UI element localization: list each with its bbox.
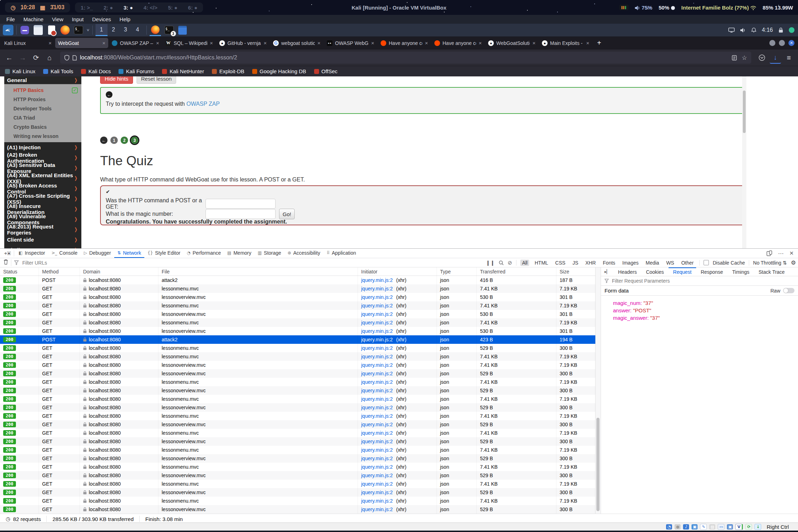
forward-button[interactable]: → [17,52,28,63]
sidebar-lesson-item[interactable]: CIA Triad [4,113,81,122]
details-tab-response[interactable]: Response [696,267,728,276]
workspace-3[interactable]: 3 [120,24,132,36]
initiator-link[interactable]: jquery.min.js:2 [361,294,393,300]
sidebar-category-item[interactable]: Challenges❭ [4,245,81,248]
browser-tab[interactable]: Have anyone comple× [378,38,431,48]
sidebar-category-item[interactable]: (A1) Injection❭ [4,142,81,152]
network-request-row[interactable]: 200GETlocalhost:8080lessonmenu.mvcjquery… [0,284,595,293]
initiator-link[interactable]: jquery.min.js:2 [361,286,393,291]
network-request-row[interactable]: 200GETlocalhost:8080lessonoverview.mvcjq… [0,403,595,412]
column-header-initiator[interactable]: Initiator [358,267,437,276]
text-editor-button[interactable] [46,25,57,35]
sidebar-category-item[interactable]: (A7) Cross-Site Scripting (XSS)❭ [4,193,81,204]
column-header-transferred[interactable]: Transferred [477,267,556,276]
close-icon[interactable]: × [210,40,213,46]
initiator-link[interactable]: jquery.min.js:2 [361,413,393,419]
initiator-link[interactable]: jquery.min.js:2 [361,447,393,453]
bookmark-item[interactable]: Exploit-DB [212,68,244,74]
initiator-link[interactable]: jquery.min.js:2 [361,507,393,512]
details-tab-headers[interactable]: Headers [613,267,641,276]
menu-view[interactable]: View [48,16,67,23]
column-header-size[interactable]: Size [556,267,595,276]
firefox-launcher-button[interactable] [60,25,70,35]
magic-number-input[interactable] [206,209,276,219]
initiator-link[interactable]: jquery.min.js:2 [361,277,393,283]
performance-analysis-icon[interactable]: ◷ [6,516,10,522]
bookmark-star-icon[interactable]: ☆ [742,54,747,62]
maximize-button[interactable] [779,40,785,46]
search-icon[interactable] [499,260,504,265]
browser-tab[interactable]: OWASP ZAP – ZAP i× [109,38,162,48]
taskbar-files-window[interactable] [177,25,188,35]
initiator-link[interactable]: jquery.min.js:2 [361,498,393,504]
devtools-tab-debugger[interactable]: ▷Debugger [81,249,114,258]
initiator-link[interactable]: jquery.min.js:2 [361,303,393,308]
network-request-row[interactable]: 200GETlocalhost:8080lessonoverview.mvcjq… [0,437,595,446]
devtools-tab-performance[interactable]: ◔Performance [184,249,224,258]
form-data-param[interactable]: magic_answer: "37" [613,314,798,322]
type-filter-xhr[interactable]: XHR [584,260,598,266]
network-request-row[interactable]: 200GETlocalhost:8080lessonoverview.mvcjq… [0,420,595,429]
block-icon[interactable]: ⊘ [508,260,512,266]
close-icon[interactable]: × [156,40,159,46]
network-request-row[interactable]: 200GETlocalhost:8080lessonmenu.mvcjquery… [0,429,595,437]
network-request-row[interactable]: 200POSTlocalhost:8080attack2jquery.min.j… [0,276,595,284]
sidebar-lesson-item[interactable]: Developer Tools [4,104,81,113]
reader-mode-icon[interactable] [732,55,737,60]
browser-tab[interactable]: WSQL – Wikipedia× [163,38,216,48]
form-data-param[interactable]: answer: "POST" [613,307,798,314]
file-manager-button[interactable] [33,25,44,35]
bookmark-item[interactable]: OffSec [314,68,338,74]
responsive-design-icon[interactable] [767,250,772,256]
close-icon[interactable]: × [317,40,320,46]
http-command-input[interactable] [206,199,276,209]
network-request-row[interactable]: 200GETlocalhost:8080lessonmenu.mvcjquery… [0,446,595,454]
network-request-row[interactable]: 200GETlocalhost:8080lessonmenu.mvcjquery… [0,301,595,310]
type-filter-js[interactable]: JS [571,260,580,266]
details-tab-cookies[interactable]: Cookies [641,267,669,276]
initiator-link[interactable]: jquery.min.js:2 [361,439,393,444]
menu-file[interactable]: File [3,16,18,23]
close-icon[interactable]: × [586,40,589,46]
minimize-button[interactable] [769,40,775,46]
requests-scrollbar[interactable] [595,267,601,514]
host-workspace[interactable]: 1: >_ [81,5,93,11]
hide-hints-button[interactable]: Hide hints [100,76,133,84]
throttling-select[interactable]: No Throttling⇅ [753,260,787,266]
initiator-link[interactable]: jquery.min.js:2 [361,371,393,376]
host-workspace[interactable]: 5: ● [168,5,178,11]
details-tab-timings[interactable]: Timings [728,267,754,276]
reload-button[interactable]: ⟳ [30,52,42,63]
hint-prev-arrow-icon[interactable]: ← [106,91,112,98]
notification-bell-icon[interactable] [751,28,756,33]
network-request-row[interactable]: 200GETlocalhost:8080lessonmenu.mvcjquery… [0,318,595,327]
url-bar[interactable]: localhost:8080/WebGoat/start.mvc#lesson/… [60,52,751,64]
page-button-2[interactable]: 2 [121,137,128,144]
browser-tab[interactable]: ●Main Exploits - WebG× [539,38,592,48]
close-icon[interactable]: × [479,40,482,46]
kali-menu-button[interactable] [3,25,13,35]
sidebar-category-item[interactable]: (A5) Broken Access Control❭ [4,183,81,193]
initiator-link[interactable]: jquery.min.js:2 [361,490,393,495]
host-workspace[interactable]: 3: ● [123,5,133,11]
bookmark-item[interactable]: Google Hacking DB [252,68,306,74]
page-button-3[interactable]: 3 [131,137,138,144]
sidebar-category-item[interactable]: (A9) Vulnerable Components❭ [4,214,81,224]
form-data-section[interactable]: Form data Raw [601,286,798,296]
devtools-tab-storage[interactable]: ▥Storage [255,249,284,258]
clear-requests-icon[interactable] [2,259,11,266]
display-icon[interactable] [728,28,735,33]
network-request-row[interactable]: 200GETlocalhost:8080lessonoverview.mvcjq… [0,310,595,318]
devtools-tab-console[interactable]: >_Console [48,249,80,258]
devtools-tab-inspector[interactable]: ◧Inspector [16,249,48,258]
close-icon[interactable]: × [371,40,374,46]
browser-tab[interactable]: Kali Linux× [1,38,54,48]
host-workspace[interactable]: 2: ● [104,5,113,11]
details-tab-request[interactable]: Request [669,267,696,276]
type-filter-all[interactable]: All [520,260,530,266]
taskbar-terminal-window[interactable]: $_3 [164,25,174,35]
network-request-row[interactable]: 200GETlocalhost:8080lessonoverview.mvcjq… [0,471,595,480]
bookmark-item[interactable]: Kali NetHunter [162,68,204,74]
close-icon[interactable]: × [48,40,52,46]
network-request-row[interactable]: 200GETlocalhost:8080lessonmenu.mvcjquery… [0,412,595,420]
